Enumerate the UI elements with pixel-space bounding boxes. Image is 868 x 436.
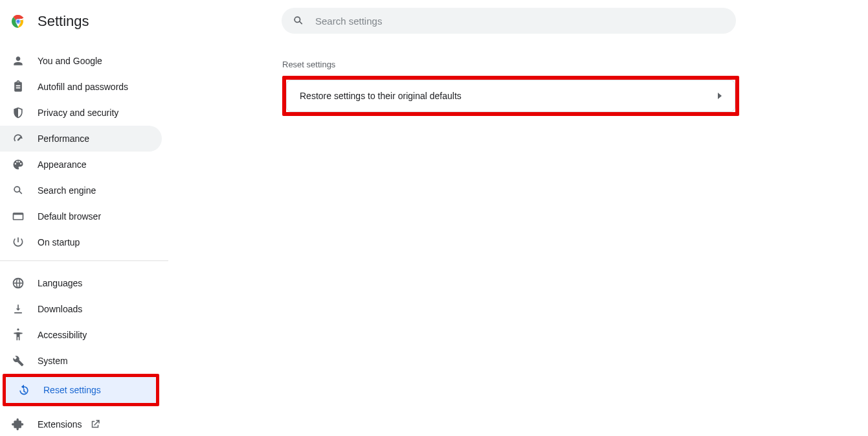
search-input[interactable] bbox=[314, 15, 726, 27]
sidebar: Settings You and Google Autofill and pas… bbox=[0, 0, 168, 436]
sidebar-item-label: Privacy and security bbox=[38, 108, 118, 118]
open-in-new-icon bbox=[89, 419, 101, 430]
download-icon bbox=[12, 303, 25, 316]
sidebar-item-search-engine[interactable]: Search engine bbox=[0, 178, 162, 203]
section-title: Reset settings bbox=[282, 60, 739, 69]
sidebar-item-label: Autofill and passwords bbox=[38, 82, 128, 92]
annotation-highlight-sidebar: Reset settings bbox=[3, 374, 159, 406]
sidebar-item-default-browser[interactable]: Default browser bbox=[0, 203, 162, 229]
sidebar-item-accessibility[interactable]: Accessibility bbox=[0, 322, 162, 348]
sidebar-item-label: Appearance bbox=[38, 159, 87, 170]
sidebar-item-label: Accessibility bbox=[38, 330, 87, 340]
sidebar-item-extensions[interactable]: Extensions bbox=[0, 406, 168, 431]
sidebar-item-label: Reset settings bbox=[43, 385, 101, 395]
sidebar-item-you-and-google[interactable]: You and Google bbox=[0, 48, 162, 74]
sidebar-item-label: Search engine bbox=[38, 185, 96, 196]
sidebar-item-on-startup[interactable]: On startup bbox=[0, 229, 162, 255]
sidebar-item-system[interactable]: System bbox=[0, 348, 162, 374]
shield-icon bbox=[12, 106, 25, 119]
row-label: Restore settings to their original defau… bbox=[300, 91, 462, 101]
svg-point-3 bbox=[16, 19, 19, 23]
sidebar-item-label: On startup bbox=[38, 237, 80, 247]
palette-icon bbox=[12, 158, 25, 171]
sidebar-item-reset-settings[interactable]: Reset settings bbox=[6, 377, 156, 403]
page-title: Settings bbox=[38, 13, 89, 30]
sidebar-item-label: System bbox=[38, 356, 68, 366]
restore-icon bbox=[17, 384, 30, 396]
sidebar-item-autofill[interactable]: Autofill and passwords bbox=[0, 74, 162, 100]
power-icon bbox=[12, 236, 25, 249]
sidebar-item-appearance[interactable]: Appearance bbox=[0, 152, 162, 178]
extension-icon bbox=[12, 418, 25, 431]
annotation-highlight-card: Restore settings to their original defau… bbox=[282, 76, 739, 116]
accessibility-icon bbox=[12, 328, 25, 341]
reset-card: Restore settings to their original defau… bbox=[286, 80, 735, 112]
search-icon bbox=[12, 184, 25, 197]
speedometer-icon bbox=[12, 132, 25, 145]
sidebar-group-1: You and Google Autofill and passwords Pr… bbox=[0, 36, 168, 255]
browser-icon bbox=[12, 210, 25, 223]
sidebar-item-label: Languages bbox=[38, 278, 82, 288]
chevron-right-icon bbox=[718, 93, 722, 99]
main-content: Reset settings Restore settings to their… bbox=[168, 0, 868, 436]
sidebar-item-privacy[interactable]: Privacy and security bbox=[0, 100, 162, 126]
search-icon bbox=[292, 14, 305, 27]
chrome-logo-icon bbox=[10, 14, 26, 29]
person-icon bbox=[12, 54, 25, 67]
globe-icon bbox=[12, 277, 25, 290]
restore-defaults-row[interactable]: Restore settings to their original defau… bbox=[287, 80, 735, 111]
sidebar-item-label: Extensions bbox=[38, 419, 82, 430]
sidebar-item-label: Default browser bbox=[38, 211, 101, 222]
sidebar-item-label: Downloads bbox=[38, 304, 82, 314]
sidebar-group-2: Languages Downloads Accessibility System bbox=[0, 266, 168, 406]
sidebar-header: Settings bbox=[0, 8, 168, 36]
search-bar[interactable] bbox=[282, 8, 736, 34]
sidebar-item-languages[interactable]: Languages bbox=[0, 270, 162, 296]
clipboard-icon bbox=[12, 80, 25, 93]
sidebar-item-label: You and Google bbox=[38, 56, 102, 66]
wrench-icon bbox=[12, 354, 25, 367]
sidebar-item-performance[interactable]: Performance bbox=[0, 126, 162, 152]
sidebar-divider bbox=[0, 260, 168, 261]
sidebar-item-downloads[interactable]: Downloads bbox=[0, 296, 162, 322]
reset-section: Reset settings Restore settings to their… bbox=[282, 60, 739, 116]
sidebar-item-label: Performance bbox=[38, 133, 89, 144]
